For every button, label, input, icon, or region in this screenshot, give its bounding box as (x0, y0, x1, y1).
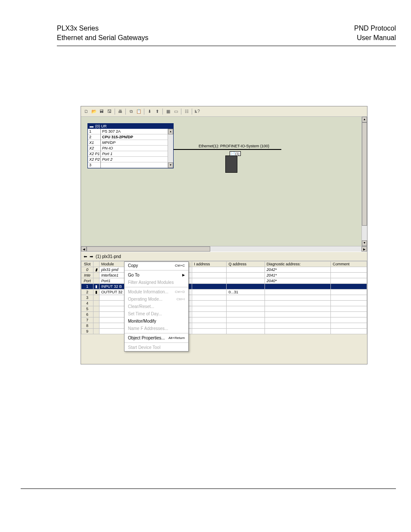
rack-slot: X1 (88, 140, 100, 146)
window-icon[interactable]: ▭ (172, 108, 179, 115)
menu-item: Filter Assigned Modules (125, 279, 188, 286)
scroll-right-icon[interactable]: ▶ (361, 246, 367, 252)
page-header: PLX3x Series Ethernet and Serial Gateway… (57, 24, 396, 46)
rack-module[interactable]: MPI/DP (101, 140, 168, 146)
header-right-1: PND Protocol (354, 24, 396, 33)
rack-scrollbar[interactable]: ▲ ▼ (168, 129, 173, 168)
header-left-1: PLX3x Series (57, 24, 149, 33)
breadcrumb: ⬅ ➡ (1) plx31-pnd (81, 252, 367, 261)
help-icon[interactable]: 𝐤? (194, 108, 201, 115)
rack-slot: 3 (88, 162, 100, 168)
ethernet-system-label: Ethernet(1): PROFINET-IO-System (100) (199, 144, 269, 148)
header-right-2: User Manual (354, 33, 396, 43)
module-table-wrap: SlotModuleOrder numberI addressQ address… (81, 261, 367, 364)
table-header[interactable]: Diagnostic address: (265, 261, 331, 267)
rack-slot: X2 P2 (88, 157, 100, 162)
table-header[interactable]: I address (192, 261, 227, 267)
scroll-thumb[interactable] (87, 246, 210, 252)
netpro-icon[interactable]: ☷ (183, 108, 190, 115)
open-icon[interactable]: 📂 (90, 108, 97, 115)
canvas-hscroll[interactable]: ◀ ▶ (81, 246, 367, 252)
rack-module-column: PS 307 2ACPU 315-2PN/DPMPI/DPPN-IOPort 1… (101, 129, 168, 168)
ethernet-bus-line[interactable] (174, 149, 281, 150)
savecompile-icon[interactable]: 🖫 (106, 108, 113, 115)
scroll-left-icon[interactable]: ◀ (81, 246, 87, 252)
hw-config-window: 🗋 📂 🖬 🖫 🖶 ⧉ 📋 ⬇ ⬆ ▦ ▭ ☷ 𝐤? ▬ (0) UR 12X1… (81, 106, 367, 364)
catalog-icon[interactable]: ▦ (165, 108, 171, 115)
breadcrumb-text: (1) plx31-pnd (96, 254, 121, 259)
rack-module[interactable]: Port 2 (101, 157, 168, 162)
rack-slot: 2 (88, 134, 100, 140)
menu-item: Set Time of Day... (125, 310, 188, 317)
table-header[interactable]: Slot (81, 261, 93, 267)
table-header[interactable]: Q address (227, 261, 265, 267)
rack-module[interactable]: Port 1 (101, 151, 168, 157)
upload-icon[interactable]: ⬆ (154, 108, 161, 115)
header-left-2: Ethernet and Serial Gateways (57, 33, 149, 43)
scroll-down-icon[interactable]: ▼ (168, 162, 173, 168)
copy-icon[interactable]: ⧉ (128, 108, 134, 115)
rack-title-text: (0) UR (95, 124, 107, 128)
menu-item: Start Device Tool (125, 344, 188, 351)
scroll-thumb[interactable] (362, 122, 367, 226)
menu-item[interactable]: CopyCtrl+C (125, 262, 188, 269)
canvas-vscroll[interactable]: ▲ ▼ (361, 117, 367, 246)
rack-module[interactable]: PS 307 2A (101, 129, 168, 134)
table-header[interactable]: Comment (331, 261, 367, 267)
toolbar: 🗋 📂 🖬 🖫 🖶 ⧉ 📋 ⬇ ⬆ ▦ ▭ ☷ 𝐤? (81, 106, 367, 117)
context-menu[interactable]: CopyCtrl+CGo To▶Filter Assigned ModulesM… (124, 261, 189, 352)
footer-rule (21, 488, 396, 489)
rack-icon: ▬ (90, 124, 93, 128)
paste-icon[interactable]: 📋 (135, 108, 142, 115)
rack-slot: X2 (88, 146, 100, 151)
menu-item: Module Information...Ctrl+D (125, 288, 188, 296)
new-icon[interactable]: 🗋 (83, 108, 90, 115)
menu-item[interactable]: Go To▶ (125, 271, 188, 279)
rack-slot: 1 (88, 129, 100, 134)
rack-module[interactable] (101, 162, 168, 168)
rack-module[interactable]: PN-IO (101, 146, 168, 151)
save-icon[interactable]: 🖬 (98, 108, 105, 115)
nav-back-icon[interactable]: ⬅ (84, 254, 87, 259)
rack-module[interactable]: CPU 315-2PN/DP (101, 134, 168, 140)
table-header[interactable] (93, 261, 100, 267)
rack-title[interactable]: ▬ (0) UR (88, 124, 173, 129)
print-icon[interactable]: 🖶 (117, 108, 124, 115)
scroll-up-icon[interactable]: ▲ (362, 117, 367, 122)
menu-item[interactable]: Monitor/Modify (125, 317, 188, 325)
menu-item: Operating Mode...Ctrl+I (125, 296, 188, 303)
station-canvas[interactable]: ▬ (0) UR 12X1X2X2 P1X2 P23 PS 307 2ACPU … (81, 117, 367, 246)
rack-slot: X2 P1 (88, 151, 100, 157)
scroll-up-icon[interactable]: ▲ (168, 129, 173, 134)
menu-item[interactable]: Object Properties...Alt+Return (125, 334, 188, 342)
submenu-arrow-icon: ▶ (182, 273, 185, 277)
scroll-down-icon[interactable]: ▼ (362, 240, 367, 246)
download-icon[interactable]: ⬇ (146, 108, 153, 115)
nav-fwd-icon[interactable]: ➡ (90, 254, 93, 259)
rack-window[interactable]: ▬ (0) UR 12X1X2X2 P1X2 P23 PS 307 2ACPU … (87, 123, 174, 168)
menu-item: Name F Addresses... (125, 325, 188, 332)
menu-item: Clear/Reset... (125, 303, 188, 310)
profinet-device-icon[interactable] (225, 156, 237, 173)
rack-slot-column: 12X1X2X2 P1X2 P23 (88, 129, 101, 168)
